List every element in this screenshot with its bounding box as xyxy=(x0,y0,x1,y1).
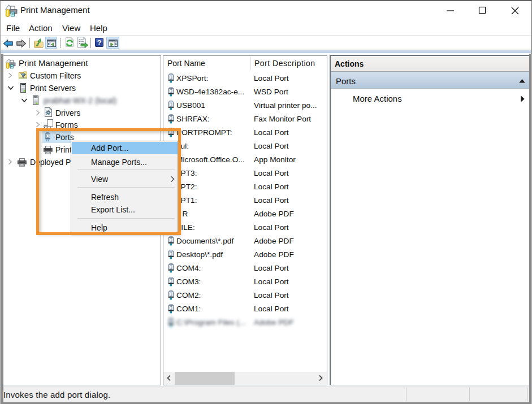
svg-text:?: ? xyxy=(97,39,101,47)
